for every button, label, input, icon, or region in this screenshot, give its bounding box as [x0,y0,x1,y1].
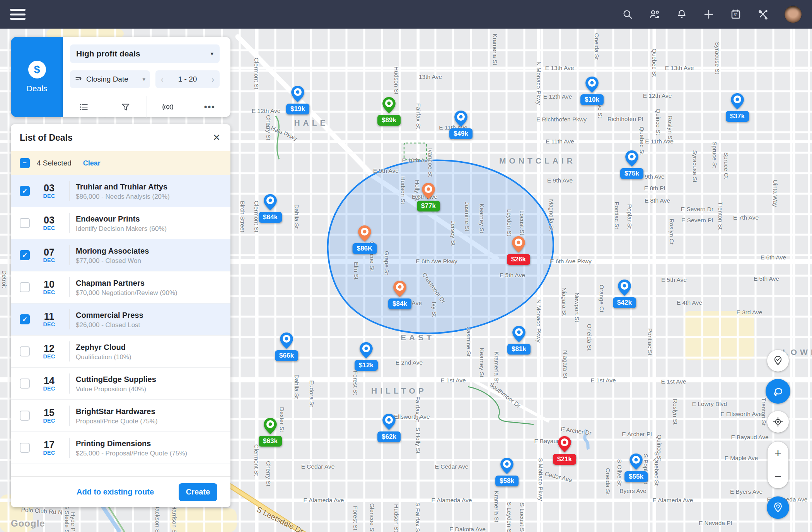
territory-check-button[interactable] [767,350,789,372]
row-checkbox[interactable] [20,282,30,292]
select-all-checkbox[interactable]: − [20,158,30,168]
deal-price-label[interactable]: $64k [259,212,282,223]
row-checkbox[interactable] [20,346,30,356]
street-label: E 5th Ave [500,272,525,279]
deal-map-pin[interactable] [422,183,435,201]
deal-price-label[interactable]: $84k [388,298,411,309]
deal-map-pin[interactable] [291,86,304,104]
deal-map-pin[interactable] [280,332,293,350]
deal-price-label[interactable]: $21k [553,454,576,465]
filter-button[interactable] [105,96,147,118]
deal-price-label[interactable]: $75k [620,168,643,179]
deal-price-label[interactable]: $86K [353,243,377,254]
row-checkbox[interactable] [20,218,30,228]
route-pin-button[interactable] [767,496,789,519]
street-label: Dahlia St [293,205,300,229]
row-checkbox[interactable] [20,443,30,453]
add-to-route-link[interactable]: Add to existing route [77,488,154,496]
notifications-bell-icon[interactable] [676,9,687,20]
row-checkbox[interactable]: ✓ [20,314,30,324]
street-label: E 12th Ave [643,92,672,99]
deal-map-pin[interactable] [500,458,513,476]
deal-price-label[interactable]: $63k [259,436,282,447]
deal-list-item[interactable]: 10DECChapman Partners$70,000 Negotiation… [11,271,230,304]
deal-price-label[interactable]: $66k [275,350,298,361]
deal-map-pin[interactable] [558,436,571,454]
deal-map-pin[interactable] [358,225,371,243]
my-location-button[interactable] [767,411,789,433]
deal-map-pin[interactable] [264,418,277,436]
street-label: Newport St [573,293,580,322]
more-options-button[interactable]: ••• [189,96,231,118]
deal-price-label[interactable]: $55k [624,471,648,482]
deal-price-label[interactable]: $26k [507,254,530,265]
deal-map-pin[interactable] [629,454,643,471]
deals-module-tab[interactable]: $ Deals [11,37,63,117]
deal-list-item[interactable]: ✓11DECCommercial Press$26,000 - Closed L… [11,304,230,336]
deal-map-pin[interactable] [382,97,396,115]
closing-date: 10DEC [35,279,63,295]
deal-list-item[interactable]: 03DECEndeavour PrintsIdentify Decision M… [11,207,230,239]
sort-dropdown[interactable]: Closing Date ▾ [70,70,150,88]
view-selector-dropdown[interactable]: High profit deals ▾ [70,44,220,63]
create-button[interactable]: Create [179,483,217,501]
deal-price-label[interactable]: $37k [726,111,749,122]
deal-map-pin[interactable] [360,342,373,360]
deal-list-item[interactable]: 15DECBrightStar HardwaresProposal/Price … [11,400,230,432]
lasso-select-button[interactable] [766,379,790,404]
deal-price-label[interactable]: $89k [377,115,401,126]
row-checkbox[interactable] [20,411,30,421]
deal-list-item[interactable]: 12DECZephyr CloudQualification (10%) [11,336,230,368]
zoom-in-button[interactable]: + [774,447,781,459]
zoom-out-button[interactable]: − [774,471,781,483]
deal-map-pin[interactable] [731,93,744,111]
deal-map-pin[interactable] [585,77,599,94]
calendar-icon[interactable]: 31 [730,9,742,20]
street-label: Oneida St [604,468,611,495]
deal-map-pin[interactable] [382,414,396,431]
deal-map-pin[interactable] [264,194,277,212]
list-view-button[interactable] [63,96,105,118]
deal-map-pin[interactable] [625,150,638,168]
deal-list-item[interactable]: 17DECPrinting Dimensions$25,000 - Propos… [11,432,230,464]
deal-list-item[interactable]: ✓07DECMorlong Associates$77,000 - Closed… [11,239,230,271]
deal-list-item[interactable]: ✓03DECTruhlar and Truhlar Attys$86,000 -… [11,175,230,207]
deal-price-label[interactable]: $77k [417,201,440,211]
street-label: E Alameda Ave [653,497,693,504]
deal-name: Zephyr Cloud [76,342,131,352]
users-icon[interactable] [649,9,660,20]
zoom-controls[interactable]: + − [768,442,788,488]
deal-map-pin[interactable] [618,280,631,297]
close-icon[interactable]: ✕ [213,132,220,143]
deal-map-pin[interactable] [393,281,406,298]
setup-tools-icon[interactable] [757,9,769,20]
profile-avatar[interactable] [784,5,802,23]
deal-price-label[interactable]: $62k [377,431,401,442]
prev-page-chevron[interactable]: ‹ [161,75,164,84]
clear-selection-link[interactable]: Clear [83,159,101,167]
deal-price-label[interactable]: $12k [355,360,378,371]
closing-date: 14DEC [35,375,63,392]
deal-price-label[interactable]: $49k [449,128,473,139]
next-page-chevron[interactable]: › [212,75,214,84]
row-checkbox[interactable] [20,379,30,389]
svg-text:31: 31 [734,13,738,17]
search-icon[interactable] [622,9,633,20]
deal-price-label[interactable]: $42k [613,297,636,308]
deal-map-pin[interactable] [454,111,467,128]
deal-price-label[interactable]: $58k [495,476,519,486]
row-checkbox[interactable]: ✓ [20,186,30,196]
add-new-plus-icon[interactable] [703,9,715,20]
deal-list-item[interactable]: 14DECCuttingEdge SuppliesValue Propositi… [11,368,230,400]
deal-map-pin[interactable] [512,236,525,254]
row-checkbox[interactable]: ✓ [20,250,30,260]
street-label: E Archer Pl [622,431,652,438]
deal-price-label[interactable]: $10k [580,94,604,105]
street-label: Harrison St [171,505,178,532]
hamburger-menu-icon[interactable] [10,9,26,20]
deal-map-pin[interactable] [512,326,525,344]
deal-price-label[interactable]: $19k [286,104,309,114]
street-label: E Alameda Ave [304,497,344,504]
radar-scan-button[interactable] [147,96,189,118]
deal-price-label[interactable]: $81k [507,344,531,355]
